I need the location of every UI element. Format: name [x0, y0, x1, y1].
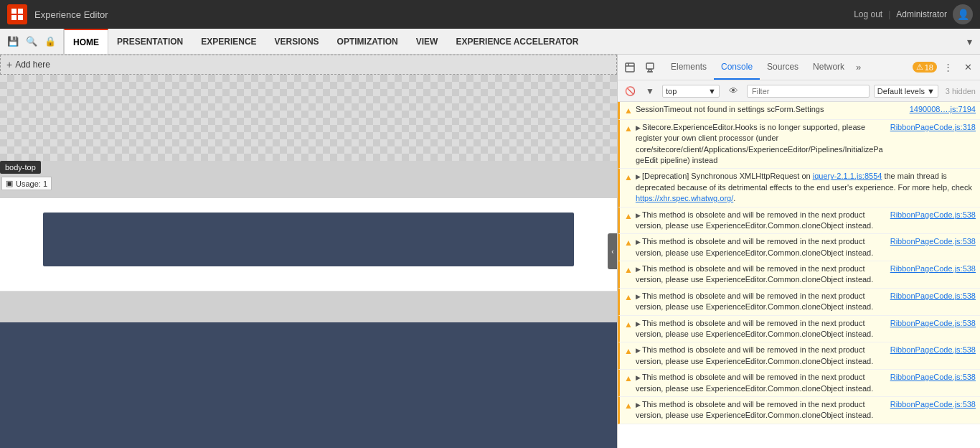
svg-rect-1 — [18, 9, 23, 14]
console-msg-10: ▲ ▶This method is obsolete and will be r… — [618, 370, 980, 397]
msg-source-11[interactable]: RibbonPageCode.js:538 — [890, 399, 976, 410]
main-area: + Add here body-top ▣ Usage: 1 ‹ — [0, 55, 980, 448]
device-toolbar-btn[interactable] — [641, 58, 659, 77]
msg-text-4: ▶This method is obsolete and will be rem… — [636, 210, 885, 232]
ribbon: 💾 🔍 🔒 HOME PRESENTATION EXPERIENCE VERSI… — [0, 29, 980, 55]
warning-icon-5: ▲ — [624, 237, 633, 249]
tab-optimization[interactable]: OPTIMIZATION — [329, 29, 407, 54]
warning-icon-7: ▲ — [624, 291, 633, 304]
warning-count: 18 — [925, 63, 933, 72]
msg-source-6[interactable]: RibbonPageCode.js:538 — [890, 263, 976, 274]
levels-chevron-icon: ▼ — [927, 87, 935, 95]
add-here-bar[interactable]: + Add here — [0, 55, 617, 75]
ribbon-tabs: HOME PRESENTATION EXPERIENCE VERSIONS OP… — [64, 29, 958, 54]
ribbon-collapse-btn[interactable]: ▾ — [958, 29, 980, 54]
tab-console[interactable]: Console — [714, 55, 760, 80]
more-tabs-btn[interactable]: » — [852, 55, 865, 80]
tab-view[interactable]: VIEW — [407, 29, 448, 54]
msg-text-2: ▶Sitecore.ExperienceEditor.Hooks is no l… — [636, 122, 885, 167]
warning-icon-8: ▲ — [624, 319, 633, 331]
msg-text-8: ▶This method is obsolete and will be rem… — [636, 318, 885, 340]
clear-console-btn[interactable]: 🚫 — [622, 83, 638, 99]
msg-source-8[interactable]: RibbonPageCode.js:538 — [890, 318, 976, 329]
xhr-spec-link[interactable]: https://xhr.spec.whatwg.org/ — [636, 194, 733, 202]
console-messages[interactable]: ▲ SessionTimeout not found in settings s… — [618, 102, 980, 448]
msg-text-9: ▶This method is obsolete and will be rem… — [636, 345, 885, 367]
warning-icon-11: ▲ — [624, 400, 633, 412]
warning-icon-3: ▲ — [624, 172, 633, 184]
warning-icon-2: ▲ — [624, 123, 633, 135]
warning-icon: ⚠ — [916, 62, 923, 72]
msg-text-6: ▶This method is obsolete and will be rem… — [636, 263, 885, 286]
console-msg-4: ▲ ▶This method is obsolete and will be r… — [618, 207, 980, 235]
svg-rect-7 — [646, 63, 654, 69]
console-msg-9: ▲ ▶This method is obsolete and will be r… — [618, 342, 980, 370]
eye-icon-btn[interactable]: 👁 — [724, 82, 743, 101]
msg-text-1: SessionTimeout not found in settings scF… — [636, 104, 904, 115]
app-logo — [7, 4, 27, 24]
tab-home[interactable]: HOME — [64, 29, 108, 54]
context-select[interactable]: top ▼ — [662, 85, 720, 98]
add-here-label: Add here — [15, 60, 50, 70]
hidden-count: 3 hidden — [946, 87, 976, 95]
inspect-element-btn[interactable] — [621, 58, 639, 77]
body-top-tooltip: body-top — [0, 161, 41, 174]
logout-link[interactable]: Log out — [854, 9, 882, 19]
console-msg-6: ▲ ▶This method is obsolete and will be r… — [618, 261, 980, 289]
tab-sources[interactable]: Sources — [760, 55, 806, 80]
warning-icon-9: ▲ — [624, 345, 633, 358]
msg-source-9[interactable]: RibbonPageCode.js:538 — [890, 345, 976, 355]
msg-text-3: ▶[Deprecation] Synchronous XMLHttpReques… — [636, 171, 976, 204]
devtools-tabs: Elements Console Sources Network » — [664, 55, 911, 80]
jquery-link[interactable]: jquery-2.1.1.js:8554 — [813, 172, 882, 180]
msg-source-5[interactable]: RibbonPageCode.js:538 — [890, 236, 976, 247]
msg-text-7: ▶This method is obsolete and will be rem… — [636, 291, 885, 313]
save-quick-btn[interactable]: 💾 — [4, 33, 22, 50]
top-bar: Experience Editor Log out | Administrato… — [0, 0, 980, 29]
editor-canvas: + Add here body-top ▣ Usage: 1 ‹ — [0, 55, 617, 448]
console-msg-1: ▲ SessionTimeout not found in settings s… — [618, 102, 980, 120]
app-title: Experience Editor — [34, 9, 854, 20]
tab-experience[interactable]: EXPERIENCE — [192, 29, 265, 54]
canvas-white-section — [0, 198, 617, 291]
settings-btn[interactable]: ⋮ — [938, 58, 957, 77]
lock-quick-btn[interactable]: 🔒 — [42, 33, 59, 50]
console-levels-select[interactable]: Default levels ▼ — [874, 85, 938, 98]
console-msg-11: ▲ ▶This method is obsolete and will be r… — [618, 397, 980, 424]
console-toolbar: 🚫 ▼ top ▼ 👁 Default levels ▼ 3 hidden — [618, 80, 980, 102]
console-filter-toggle-btn[interactable]: ▼ — [642, 83, 658, 99]
devtools-toolbar: Elements Console Sources Network » ⚠ 18 … — [618, 55, 980, 80]
canvas-banner — [43, 213, 574, 266]
msg-text-5: ▶This method is obsolete and will be rem… — [636, 236, 885, 258]
search-quick-btn[interactable]: 🔍 — [23, 33, 40, 50]
close-devtools-btn[interactable]: ✕ — [958, 58, 977, 77]
devtools-right-icons: ⚠ 18 ⋮ ✕ — [913, 58, 977, 77]
add-plus-icon: + — [6, 59, 12, 70]
svg-rect-2 — [11, 15, 17, 20]
tab-experience-accelerator[interactable]: EXPERIENCE ACCELERATOR — [447, 29, 588, 54]
msg-source-7[interactable]: RibbonPageCode.js:538 — [890, 291, 976, 302]
console-filter-input[interactable] — [747, 85, 870, 98]
ribbon-quick-tools: 💾 🔍 🔒 — [0, 29, 64, 54]
body-top-info: ▣ Usage: 1 — [1, 177, 52, 190]
warning-icon-10: ▲ — [624, 373, 633, 385]
context-dropdown-icon: ▼ — [708, 87, 716, 95]
admin-label: Administrator — [896, 9, 947, 19]
msg-text-11: ▶This method is obsolete and will be rem… — [636, 399, 885, 421]
msg-source-1[interactable]: 1490008….js:7194 — [910, 104, 976, 115]
msg-source-10[interactable]: RibbonPageCode.js:538 — [890, 372, 976, 383]
tab-elements[interactable]: Elements — [664, 55, 714, 80]
msg-source-2[interactable]: RibbonPageCode.js:318 — [890, 122, 976, 133]
tab-presentation[interactable]: PRESENTATION — [108, 29, 192, 54]
msg-source-4[interactable]: RibbonPageCode.js:538 — [890, 210, 976, 220]
checker-area — [0, 75, 617, 161]
canvas-dark-footer — [0, 322, 617, 448]
devtools-collapse-btn[interactable]: ‹ — [608, 233, 617, 269]
console-msg-2: ▲ ▶Sitecore.ExperienceEditor.Hooks is no… — [618, 120, 980, 169]
context-value: top — [666, 87, 677, 95]
tab-network[interactable]: Network — [806, 55, 852, 80]
svg-rect-0 — [11, 9, 17, 14]
tab-versions[interactable]: VERSIONS — [266, 29, 329, 54]
console-msg-5: ▲ ▶This method is obsolete and will be r… — [618, 234, 980, 261]
separator: | — [888, 9, 890, 19]
